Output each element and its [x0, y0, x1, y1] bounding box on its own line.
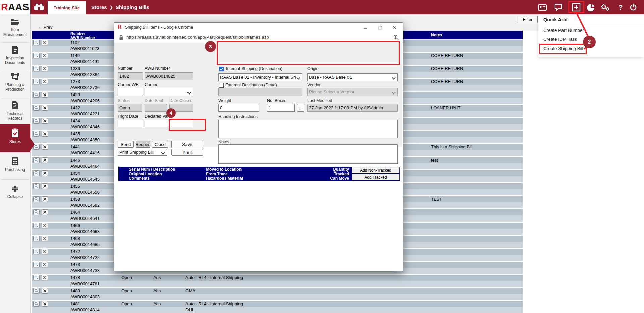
- bill-flag: Yes: [154, 301, 161, 307]
- zoom-in-icon[interactable]: [393, 35, 399, 41]
- view-bill-button[interactable]: [33, 118, 40, 124]
- help-icon[interactable]: ?: [616, 3, 625, 12]
- delete-bill-button[interactable]: [42, 92, 48, 98]
- carrier-wb-input[interactable]: [118, 88, 143, 96]
- view-bill-button[interactable]: [33, 131, 40, 137]
- view-bill-button[interactable]: [33, 209, 40, 215]
- no-boxes-input[interactable]: 1: [267, 104, 295, 112]
- power-logout-icon[interactable]: [629, 3, 638, 12]
- save-button[interactable]: Save: [171, 141, 203, 148]
- bill-carrier: DHL: [185, 307, 194, 313]
- view-bill-button[interactable]: [33, 79, 40, 84]
- view-bill-button[interactable]: [33, 183, 40, 189]
- bill-flag: Yes: [154, 288, 161, 294]
- delete-bill-button[interactable]: [42, 131, 48, 137]
- folder-open-icon: [0, 18, 30, 26]
- send-button[interactable]: Send: [118, 141, 134, 148]
- origin-select[interactable]: Base - RAAS Base 01: [307, 73, 398, 81]
- delete-bill-button[interactable]: [42, 144, 48, 150]
- carrier-select[interactable]: [145, 88, 193, 96]
- boxes-more-button[interactable]: ...: [297, 104, 304, 112]
- bill-notes: LOANER UNIT: [431, 105, 460, 111]
- menu-item-create-idm-task[interactable]: Create IDM Task: [543, 37, 577, 42]
- view-bill-button[interactable]: [33, 40, 40, 45]
- internal-destination-select[interactable]: RAAS Base 02 - Inventory - Internal Sh: [218, 73, 302, 81]
- delete-bill-button[interactable]: [42, 249, 48, 254]
- print-shipping-bill-select[interactable]: Print Shipping Bill: [118, 149, 167, 156]
- internal-shipping-checkbox[interactable]: [219, 67, 224, 71]
- print-button[interactable]: Print: [171, 149, 203, 156]
- add-tracked-button[interactable]: Add Tracked: [352, 174, 400, 180]
- notes-textarea[interactable]: [218, 144, 398, 164]
- close-button[interactable]: Close: [152, 141, 168, 148]
- delete-bill-button[interactable]: [42, 196, 48, 202]
- view-bill-button[interactable]: [33, 66, 40, 71]
- view-bill-button[interactable]: [33, 236, 40, 241]
- delete-bill-button[interactable]: [42, 170, 48, 176]
- view-bill-button[interactable]: [33, 53, 40, 58]
- messages-icon[interactable]: [554, 3, 563, 12]
- sidebar-item-stores[interactable]: Stores: [0, 124, 30, 152]
- delete-bill-button[interactable]: [42, 53, 48, 58]
- sidebar-item-purchasing[interactable]: Purchasing: [0, 157, 30, 172]
- breadcrumb: Stores ❯ Shipping Bills: [91, 0, 149, 14]
- bill-number: 1236: [70, 66, 80, 72]
- bill-destination: Auto - RL4 - Internal Shipping: [185, 275, 243, 281]
- maximize-button[interactable]: [377, 25, 384, 30]
- minimize-button[interactable]: [362, 25, 369, 30]
- breadcrumb-section[interactable]: Stores: [91, 4, 107, 10]
- view-bill-button[interactable]: [33, 301, 40, 307]
- delete-bill-button[interactable]: [42, 105, 48, 111]
- delete-bill-button[interactable]: [42, 209, 48, 215]
- handling-instructions-textarea[interactable]: [218, 120, 398, 138]
- row-line-number: 1480OpenYesCMA: [32, 288, 523, 294]
- view-bill-button[interactable]: [33, 105, 40, 111]
- sidebar-item-collapse[interactable]: Collapse: [0, 185, 30, 199]
- external-destination-checkbox[interactable]: [219, 83, 224, 88]
- delete-bill-button[interactable]: [42, 79, 48, 84]
- vendor-select[interactable]: Please Select a Vendor: [307, 88, 398, 96]
- sidebar-item-technical-records[interactable]: Technical Records: [0, 101, 30, 121]
- sidebar-item-planning-production[interactable]: Planning & Production: [0, 73, 30, 92]
- view-bill-button[interactable]: [33, 262, 40, 267]
- pie-chart-icon[interactable]: [586, 3, 596, 12]
- delete-bill-button[interactable]: [42, 183, 48, 189]
- profile-card-icon[interactable]: [538, 3, 547, 12]
- bill-status: Open: [121, 301, 132, 307]
- delete-bill-button[interactable]: [42, 223, 48, 228]
- items-column-3: Quantity Tracked Can Move: [306, 167, 349, 181]
- delete-bill-button[interactable]: [42, 275, 48, 280]
- delete-bill-button[interactable]: [42, 236, 48, 241]
- reopen-button[interactable]: Reopen: [136, 141, 150, 148]
- view-bill-button[interactable]: [33, 196, 40, 202]
- delete-bill-button[interactable]: [42, 157, 48, 163]
- delete-bill-button[interactable]: [42, 118, 48, 124]
- declared-value-input[interactable]: [145, 120, 193, 127]
- delete-bill-button[interactable]: [42, 301, 48, 307]
- settings-gears-icon[interactable]: [600, 3, 610, 12]
- view-bill-button[interactable]: [33, 170, 40, 176]
- delete-bill-button[interactable]: [42, 288, 48, 294]
- view-bill-button[interactable]: [33, 157, 40, 163]
- menu-item-create-part-number[interactable]: Create Part Number: [543, 28, 584, 33]
- delete-bill-button[interactable]: [42, 66, 48, 71]
- sidebar-item-inspection-documents[interactable]: Inspection Documents: [0, 45, 30, 65]
- view-bill-button[interactable]: [33, 249, 40, 254]
- view-bill-button[interactable]: [33, 92, 40, 98]
- tab-training-site[interactable]: Training Site: [48, 1, 86, 14]
- add-non-tracked-button[interactable]: Add Non-Tracked: [352, 167, 400, 173]
- sidebar-item-item-management[interactable]: Item Management: [0, 18, 30, 37]
- quick-add-icon[interactable]: [572, 3, 581, 12]
- weight-input[interactable]: 0: [218, 104, 259, 112]
- view-bill-button[interactable]: [33, 223, 40, 228]
- flight-date-input[interactable]: [118, 120, 143, 127]
- binoculars-search-icon[interactable]: [34, 3, 44, 12]
- view-bill-button[interactable]: [33, 275, 40, 280]
- view-bill-button[interactable]: [33, 288, 40, 294]
- menu-item-create-shipping-bill[interactable]: Create Shipping Bill: [543, 46, 583, 51]
- breadcrumb-page[interactable]: Shipping Bills: [116, 4, 149, 10]
- delete-bill-button[interactable]: [42, 40, 48, 45]
- delete-bill-button[interactable]: [42, 262, 48, 267]
- close-window-button[interactable]: [391, 25, 398, 30]
- divider: [538, 24, 644, 24]
